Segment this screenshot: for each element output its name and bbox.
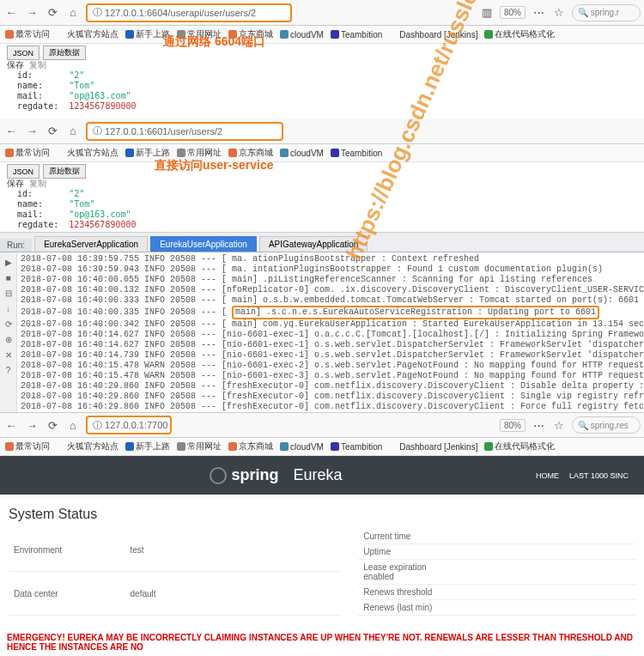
ann-port: 通过网络 6604端口 [163, 34, 265, 50]
more-icon[interactable]: ⋯ [531, 417, 546, 433]
bookmark-item[interactable]: 最常访问 [5, 28, 50, 40]
sys-left: Environmenttest Data centerdefault [9, 529, 341, 616]
bookmark-item[interactable]: Dashboard [Jenkins] [389, 30, 477, 39]
bookmark-item[interactable]: Dashboard [Jenkins] [389, 442, 477, 452]
url-port: 6604 [147, 8, 167, 18]
reload-icon[interactable]: ⟳ [45, 124, 60, 139]
bookmark-item[interactable]: 常用网址 [177, 440, 222, 453]
more-icon[interactable]: ⋯ [531, 5, 546, 21]
url-3[interactable]: ⓘ 127.0.0.1:7700 [86, 416, 172, 434]
home-icon[interactable]: ⌂ [65, 124, 81, 139]
bookmark-item[interactable]: cloudVM [280, 30, 324, 39]
system-status-title: System Status [9, 507, 635, 522]
emergency-warning: EMERGENCY! EUREKA MAY BE INCORRECTLY CLA… [0, 628, 644, 656]
tab-eureka-user[interactable]: EurekaUserApplication [150, 236, 257, 252]
url-path: /userapi/user/users/2 [167, 8, 256, 18]
raw-tab[interactable]: 原始数据 [43, 46, 86, 60]
bookmark-item[interactable]: 新手上路 [125, 440, 170, 453]
back-icon[interactable]: ← [3, 124, 19, 139]
bookmark-item[interactable]: 最常访问 [5, 440, 50, 453]
url-1[interactable]: ⓘ 127.0.0.1:6604/userapi/user/users/2 [86, 3, 292, 22]
bookmark-item[interactable]: cloudVM [280, 442, 324, 452]
zoom[interactable]: 80% [500, 419, 526, 432]
search-1[interactable]: 🔍 spring.r [572, 4, 641, 21]
menu-home[interactable]: HOME [536, 471, 559, 480]
run-tabs: Run: EurekaServerApplication EurekaUserA… [0, 232, 644, 252]
bookmark-item[interactable]: 常用网址 [177, 147, 222, 159]
home-icon[interactable]: ⌂ [65, 417, 81, 433]
star-icon[interactable]: ☆ [551, 5, 567, 21]
bookmark-item[interactable]: Teambition [331, 442, 382, 452]
url-host: 127.0.0.1: [105, 8, 147, 18]
ann-direct: 直接访问user-service [155, 158, 274, 173]
raw-tab[interactable]: 原始数据 [43, 164, 86, 179]
bookmark-item[interactable]: 火狐官方站点 [57, 440, 118, 453]
tab-gateway[interactable]: APIGatewayApplication [259, 236, 368, 252]
bookmark-item[interactable]: 新手上路 [125, 147, 170, 159]
search-3[interactable]: 🔍 spring.res [572, 416, 641, 434]
back-icon[interactable]: ← [3, 5, 19, 21]
json-body: 保存 复制 id: "2" name: "Tom" mail: "op@163.… [7, 179, 637, 230]
reload-icon[interactable]: ⟳ [45, 417, 60, 433]
run-sidebar: ▶■⊟↓⟳⊕✕? [0, 252, 17, 412]
bookmark-item[interactable]: Teambition [331, 30, 382, 39]
bookmark-item[interactable]: Teambition [331, 149, 382, 158]
json-body: 保存 复制 id: "2" name: "Tom" mail: "op@163.… [7, 60, 637, 112]
zoom[interactable]: 80% [500, 6, 526, 19]
json-tab[interactable]: JSON [7, 46, 39, 60]
bookmark-item[interactable]: 最常访问 [5, 147, 50, 159]
bookmark-item[interactable]: cloudVM [280, 149, 324, 158]
eureka-header: spring Eureka HOMELAST 1000 SINC [0, 456, 644, 495]
run-label: Run: [0, 239, 32, 252]
eureka-logo: spring Eureka [210, 466, 343, 484]
home-icon[interactable]: ⌂ [65, 5, 81, 21]
bookmark-item[interactable]: 京东商城 [228, 440, 273, 453]
bookmark-item[interactable]: 火狐官方站点 [57, 147, 118, 159]
tab-eureka-server[interactable]: EurekaServerApplication [34, 236, 148, 252]
bookmark-item[interactable]: 在线代码格式化 [484, 440, 555, 453]
fwd-icon[interactable]: → [24, 5, 39, 21]
json-tab[interactable]: JSON [7, 164, 39, 179]
bookmarks: 最常访问火狐官方站点新手上路常用网址京东商城cloudVMTeambition [0, 144, 644, 162]
shield-icon: ▥ [479, 5, 495, 21]
back-icon[interactable]: ← [3, 417, 19, 433]
reload-icon[interactable]: ⟳ [45, 5, 60, 21]
bookmarks: 最常访问火狐官方站点新手上路常用网址京东商城cloudVMTeambitionD… [0, 438, 644, 456]
fwd-icon[interactable]: → [24, 417, 39, 433]
fwd-icon[interactable]: → [24, 124, 39, 139]
bookmark-item[interactable]: 火狐官方站点 [57, 28, 118, 40]
bookmark-item[interactable]: 京东商城 [228, 147, 273, 159]
url-2[interactable]: ⓘ 127.0.0.1:6601/user/users/2 [86, 122, 283, 141]
bookmark-item[interactable]: 在线代码格式化 [484, 28, 555, 40]
bookmarks: 最常访问火狐官方站点新手上路常用网址京东商城cloudVMTeambitionD… [0, 26, 644, 44]
log-output: 2018-07-08 16:39:59.755 INFO 20508 --- [… [17, 252, 644, 412]
sys-right: Current timeUptimeLease expiration enabl… [358, 529, 635, 616]
menu-last[interactable]: LAST 1000 SINC [569, 471, 629, 480]
star-icon[interactable]: ☆ [551, 417, 567, 433]
